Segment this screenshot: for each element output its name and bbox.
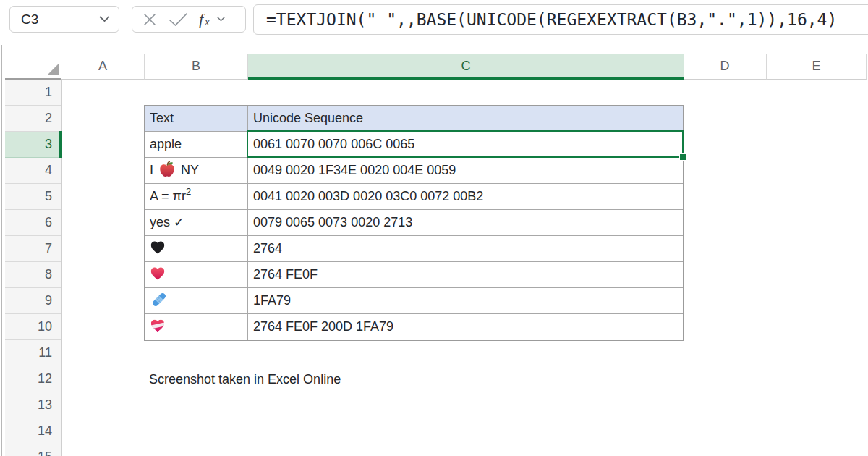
enter-checkmark-icon[interactable] [169, 12, 188, 27]
name-box-value: C3 [10, 12, 99, 28]
chevron-down-icon [99, 16, 110, 22]
cell-B8[interactable] [145, 262, 248, 288]
cell-C2-unicode-header[interactable]: Unicode Sequence [248, 106, 683, 132]
cell-C5[interactable]: 0041 0020 003D 0020 03C0 0072 00B2 [248, 184, 683, 210]
excel-online-window: C3 fx =TEXTJOIN(" ",,BASE(UNICODE(REGEXE… [0, 0, 868, 456]
red-apple-emoji-icon [158, 161, 176, 178]
row-header-15[interactable]: 15 [5, 444, 61, 456]
mending-heart-emoji-icon [150, 318, 166, 334]
select-all-triangle-icon [47, 64, 59, 75]
formula-button-group: fx [132, 6, 246, 33]
black-heart-emoji-icon [150, 240, 166, 256]
row-header-5[interactable]: 5 [5, 184, 61, 210]
cell-B9[interactable] [145, 288, 248, 314]
row-header-9[interactable]: 9 [5, 288, 61, 314]
cell-B5[interactable]: A = πr2 [145, 184, 248, 210]
row-header-1[interactable]: 1 [5, 80, 61, 106]
cell-B4[interactable]: INY [145, 158, 248, 184]
column-header-C[interactable]: C [248, 54, 684, 80]
bandage-emoji-icon [150, 290, 169, 309]
select-all-corner[interactable] [5, 54, 61, 80]
cell-C6[interactable]: 0079 0065 0073 0020 2713 [248, 210, 683, 236]
fx-icon: f [199, 12, 203, 28]
cell-C4[interactable]: 0049 0020 1F34E 0020 004E 0059 [248, 158, 683, 184]
column-header-E[interactable]: E [767, 54, 867, 80]
formula-bar-input[interactable]: =TEXTJOIN(" ",,BASE(UNICODE(REGEXEXTRACT… [253, 4, 868, 35]
column-header-D[interactable]: D [684, 54, 767, 80]
window-edge-line [1, 0, 2, 456]
formula-text: =TEXTJOIN(" ",,BASE(UNICODE(REGEXEXTRACT… [254, 10, 837, 29]
row-header-2[interactable]: 2 [5, 106, 61, 132]
cell-B10[interactable] [145, 314, 248, 340]
insert-function-button[interactable]: fx [199, 12, 225, 28]
cell-C7[interactable]: 2764 [248, 236, 683, 262]
cell-B2-text-header[interactable]: Text [145, 106, 248, 132]
row-header-6[interactable]: 6 [5, 210, 61, 236]
cell-B12-note[interactable]: Screenshot taken in Excel Online [149, 366, 341, 392]
cell-B7[interactable] [145, 236, 248, 262]
cell-B3[interactable]: apple [145, 132, 248, 158]
row-header-7[interactable]: 7 [5, 236, 61, 262]
fill-handle[interactable] [679, 153, 686, 161]
cell-C9[interactable]: 1FA79 [248, 288, 683, 314]
name-box[interactable]: C3 [9, 6, 119, 33]
chevron-down-icon [217, 17, 225, 22]
formula-toolbar: C3 fx =TEXTJOIN(" ",,BASE(UNICODE(REGEXE… [0, 0, 868, 45]
row-header-11[interactable]: 11 [5, 340, 61, 366]
row-header-3[interactable]: 3 [5, 132, 61, 158]
cancel-icon[interactable] [142, 12, 158, 28]
cell-B6[interactable]: yes ✓ [145, 210, 248, 236]
row-header-10[interactable]: 10 [5, 314, 61, 340]
red-heart-emoji-icon [150, 266, 166, 282]
row-header-8[interactable]: 8 [5, 262, 61, 288]
column-header-A[interactable]: A [61, 54, 145, 80]
column-header-B[interactable]: B [145, 54, 248, 80]
row-header-4[interactable]: 4 [5, 158, 61, 184]
row-header-13[interactable]: 13 [5, 392, 61, 418]
cell-C10[interactable]: 2764 FE0F 200D 1FA79 [248, 314, 683, 340]
row-header-14[interactable]: 14 [5, 418, 61, 444]
active-cell-selection[interactable] [247, 130, 684, 158]
row-header-column: 1 2 3 4 5 6 7 8 9 10 11 12 13 14 15 [5, 80, 62, 456]
row-header-12[interactable]: 12 [5, 366, 61, 392]
cell-C8[interactable]: 2764 FE0F [248, 262, 683, 288]
